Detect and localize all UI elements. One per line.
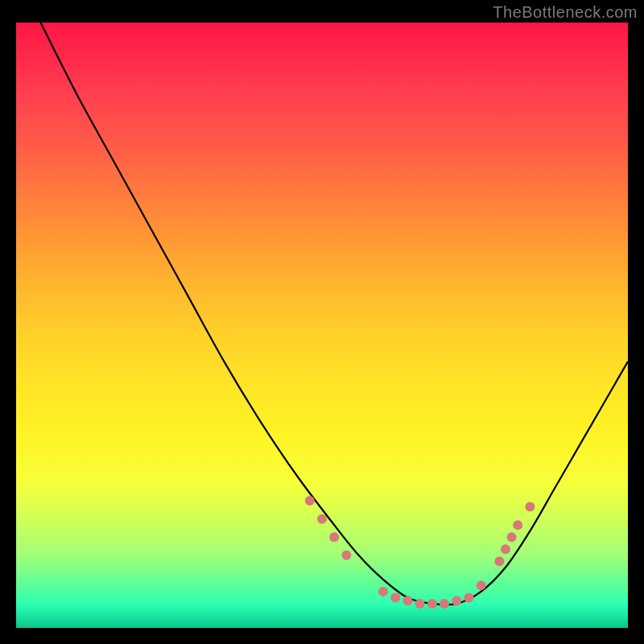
chart-svg: [16, 23, 628, 628]
data-point-marker: [494, 556, 504, 566]
data-point-marker: [329, 532, 339, 542]
data-point-marker: [440, 599, 449, 609]
data-point-marker: [464, 592, 473, 602]
data-point-marker: [427, 599, 437, 609]
data-point-marker: [513, 520, 522, 530]
data-point-marker: [452, 596, 461, 605]
data-point-marker: [507, 532, 517, 542]
data-point-marker: [477, 580, 486, 590]
bottleneck-curve-line: [40, 23, 628, 605]
data-point-marker: [501, 544, 510, 554]
data-point-marker: [390, 592, 400, 602]
data-point-markers: [305, 496, 535, 609]
data-point-marker: [305, 496, 315, 506]
data-point-marker: [317, 514, 327, 524]
watermark-text: TheBottleneck.com: [493, 3, 638, 22]
data-point-marker: [402, 596, 412, 605]
data-point-marker: [415, 599, 425, 609]
data-point-marker: [525, 502, 535, 512]
data-point-marker: [341, 551, 351, 560]
chart-plot-area: [16, 23, 628, 628]
data-point-marker: [378, 587, 388, 597]
